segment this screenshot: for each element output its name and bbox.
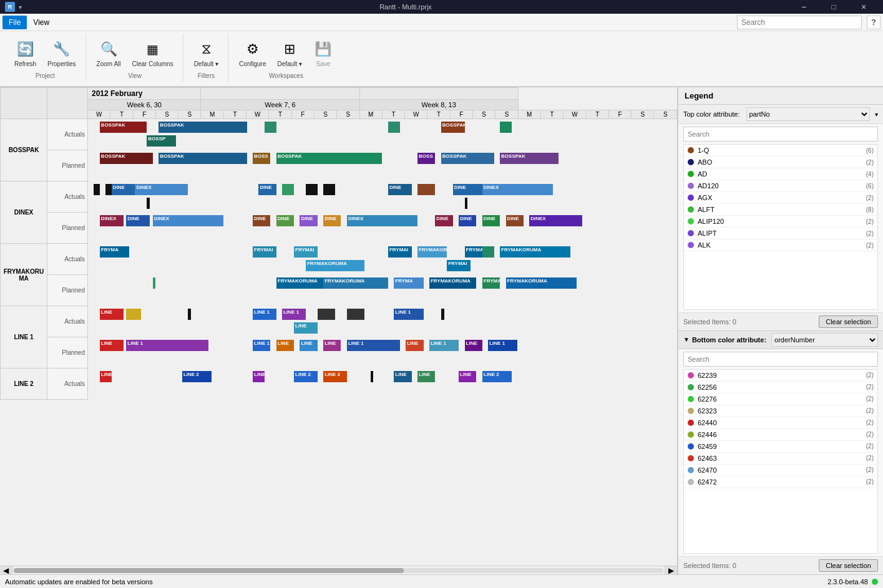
top-attr-select[interactable]: partNo (746, 107, 871, 121)
bottom-section-divider[interactable]: ▼ Bottom color attribute: orderNumber (678, 330, 883, 349)
gantt-bar[interactable]: DINE (258, 184, 276, 195)
help-button[interactable]: ? (867, 16, 881, 29)
gantt-bar[interactable]: DINEX (347, 215, 417, 226)
legend-item[interactable]: 62446(2) (684, 429, 877, 441)
gantt-bar[interactable] (347, 309, 364, 320)
gantt-bar[interactable]: LINE 2 (294, 371, 318, 382)
gantt-bar[interactable] (147, 198, 150, 209)
legend-item[interactable]: 62472(2) (684, 476, 877, 488)
default-filters-button[interactable]: ⧖ Default ▾ (190, 36, 223, 71)
legend-item[interactable]: AD(4) (684, 168, 877, 180)
gantt-bar[interactable] (482, 246, 494, 258)
configure-button[interactable]: ⚙ Configure (235, 36, 270, 71)
menu-view[interactable]: View (27, 16, 56, 29)
gantt-bar[interactable]: DINE (276, 215, 294, 226)
window-minimize[interactable]: − (789, 0, 818, 14)
gantt-bar[interactable]: LINE (459, 371, 476, 382)
properties-button[interactable]: 🔧 Properties (43, 36, 80, 71)
legend-item[interactable]: 62463(2) (684, 453, 877, 465)
gantt-bar[interactable]: LINE (100, 340, 124, 351)
gantt-bar[interactable]: LINE 1 (253, 309, 276, 320)
gantt-bar[interactable]: LINE (417, 371, 435, 382)
gantt-bar[interactable]: FRYMAKORUMA (429, 277, 476, 289)
legend-item[interactable]: 62470(2) (684, 465, 877, 476)
bottom-attr-select[interactable]: orderNumber (771, 333, 878, 347)
gantt-bar[interactable]: FRYMA (100, 246, 129, 258)
legend-item[interactable]: ALK(2) (684, 239, 877, 251)
gantt-bar[interactable]: LINE 1 (429, 340, 459, 351)
gantt-bar[interactable]: DINE (253, 215, 270, 226)
gantt-bar[interactable]: DINE (482, 215, 500, 226)
gantt-bar[interactable]: DINE (388, 184, 412, 195)
gantt-bar[interactable] (465, 198, 468, 209)
gantt-bar[interactable]: LINE 1 (347, 340, 400, 351)
gantt-bar[interactable]: FRYMAI (447, 260, 471, 271)
bottom-legend-search[interactable] (683, 352, 878, 367)
gantt-bar[interactable]: DINE (435, 215, 452, 226)
gantt-bar[interactable]: LINE 1 (253, 340, 270, 351)
legend-item[interactable]: ALFT(8) (684, 204, 877, 216)
legend-item[interactable]: AGX(2) (684, 192, 877, 204)
gantt-bar[interactable] (265, 122, 276, 133)
gantt-bar[interactable] (282, 184, 294, 195)
gantt-bar[interactable] (318, 309, 335, 320)
gantt-scroll[interactable]: 2012 February Week 6, 30 Week 7, 6 Week … (0, 87, 677, 566)
window-close[interactable]: × (849, 0, 878, 14)
legend-item[interactable]: 62459(2) (684, 441, 877, 453)
gantt-bar[interactable]: FRYMAI (294, 246, 318, 258)
gantt-bar[interactable] (94, 184, 99, 195)
gantt-bar[interactable]: FRYMAKORUMA (276, 277, 323, 289)
legend-item[interactable]: AD120(6) (684, 180, 877, 192)
gantt-bar[interactable]: LINE 2 (323, 371, 347, 382)
legend-item[interactable]: ABO(2) (684, 157, 877, 168)
gantt-bar[interactable]: FRYMAKORUMA (500, 246, 570, 258)
legend-item[interactable]: 62440(2) (684, 417, 877, 429)
gantt-bar[interactable]: LINE (100, 309, 124, 320)
gantt-bar[interactable]: BOSS (417, 153, 435, 164)
gantt-bar[interactable]: FRYMAKORUMA (506, 277, 577, 289)
gantt-bar[interactable]: DINE (300, 215, 317, 226)
gantt-bar[interactable]: DINE (506, 215, 524, 226)
gantt-bar[interactable]: BOSSPAK (159, 153, 246, 164)
legend-item[interactable]: 62239(2) (684, 370, 877, 382)
gantt-bar[interactable]: DINE (126, 215, 150, 226)
bottom-clear-selection-button[interactable]: Clear selection (819, 559, 878, 572)
gantt-bar[interactable]: LINE (100, 371, 112, 382)
gantt-bar[interactable]: DINEX (482, 184, 553, 195)
gantt-bar[interactable] (371, 371, 374, 382)
legend-item[interactable]: 62276(2) (684, 393, 877, 405)
gantt-bar[interactable] (126, 309, 141, 320)
default-workspace-button[interactable]: ⊞ Default ▾ (273, 36, 306, 71)
gantt-bar[interactable]: LINE 1 (126, 340, 208, 351)
gantt-bar[interactable]: DINEX (100, 215, 124, 226)
gantt-bar[interactable]: LINE 2 (482, 371, 512, 382)
gantt-bar[interactable]: DINE (453, 184, 482, 195)
top-search-input[interactable] (737, 16, 862, 29)
gantt-bar[interactable] (323, 184, 335, 195)
gantt-bar[interactable]: BOSSPAK (441, 153, 494, 164)
legend-item[interactable]: 62323(2) (684, 405, 877, 417)
gantt-bar[interactable] (441, 309, 444, 320)
gantt-bar[interactable]: LINE (276, 340, 294, 351)
gantt-bar[interactable]: LINE (465, 340, 482, 351)
legend-item[interactable]: ALIP120(2) (684, 216, 877, 228)
gantt-bar[interactable]: BOSSPAK (159, 122, 246, 133)
menu-file[interactable]: File (2, 16, 27, 29)
app-menu-icon[interactable]: ▾ (19, 4, 22, 11)
gantt-bar[interactable]: FRYMA (394, 277, 423, 289)
gantt-bar[interactable]: DINE (323, 215, 341, 226)
gantt-bar[interactable]: BOSSP (147, 135, 176, 147)
top-legend-list[interactable]: 1-Q(6)ABO(2)AD(4)AD120(6)AGX(2)ALFT(8)AL… (683, 144, 878, 310)
gantt-hscroll[interactable]: ◀ ▶ (0, 566, 677, 574)
zoom-all-button[interactable]: 🔍 Zoom All (92, 36, 125, 71)
gantt-bar[interactable] (306, 184, 318, 195)
gantt-bar[interactable]: BOSSPAK (276, 153, 383, 164)
gantt-bar[interactable]: LINE (323, 340, 341, 351)
gantt-bar[interactable] (388, 122, 400, 133)
gantt-bar[interactable]: LINE 2 (182, 371, 212, 382)
refresh-button[interactable]: 🔄 Refresh (10, 36, 41, 71)
gantt-bar[interactable]: DINE (112, 184, 135, 195)
gantt-bar[interactable]: FRYMAKORUMA (417, 246, 447, 258)
gantt-bar[interactable] (105, 184, 111, 195)
gantt-bar[interactable]: FRYMA (482, 277, 500, 289)
